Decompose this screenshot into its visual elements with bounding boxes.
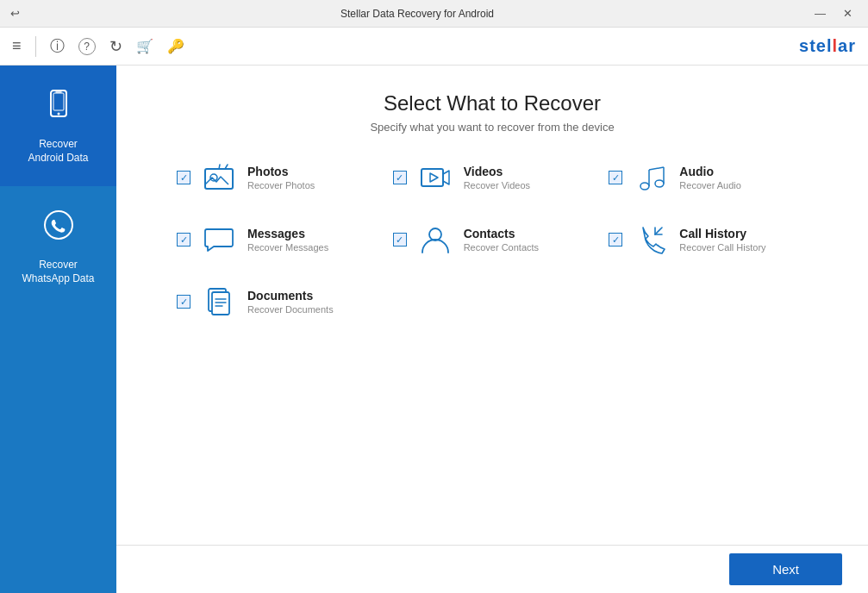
contacts-checkbox[interactable]: ✓ [393,233,407,247]
photos-desc: Recover Photos [247,180,376,190]
contacts-text: Contacts Recover Contacts [464,227,592,253]
minimize-button[interactable]: — [809,5,831,22]
messages-checkbox[interactable]: ✓ [177,233,190,247]
sidebar-item-recover-android[interactable]: RecoverAndroid Data [0,66,116,186]
audio-name: Audio [679,165,808,178]
content-area: Select What to Recover Specify what you … [116,66,868,593]
messages-desc: Recover Messages [247,242,376,253]
option-call-history[interactable]: ✓ Call History Recover Call History [609,222,808,258]
sidebar-item-whatsapp-label: RecoverWhatsApp Data [22,259,94,285]
option-messages[interactable]: ✓ Messages Recover Messages [177,222,376,258]
documents-text: Documents Recover Documents [247,289,376,315]
contacts-name: Contacts [464,227,592,240]
next-button[interactable]: Next [729,553,842,585]
svg-rect-1 [53,93,64,110]
videos-checkbox[interactable]: ✓ [393,171,407,184]
photos-name: Photos [247,165,376,178]
photos-checkbox[interactable]: ✓ [177,171,190,184]
toolbar-divider [35,36,36,57]
close-button[interactable]: ✕ [838,5,858,22]
call-history-checkbox[interactable]: ✓ [609,233,622,247]
option-photos[interactable]: ✓ Photos Recover Photos [177,159,376,196]
contacts-icon [417,222,453,258]
cart-icon[interactable]: 🛒 [136,38,153,54]
messages-name: Messages [247,227,376,240]
videos-text: Videos Recover Videos [464,165,592,190]
main-layout: RecoverAndroid Data RecoverWhatsApp Data… [0,66,868,593]
sidebar: RecoverAndroid Data RecoverWhatsApp Data [0,66,116,593]
svg-point-2 [57,112,59,115]
titlebar: ↩ Stellar Data Recovery for Android — ✕ [0,0,868,28]
page-title: Select What to Recover [159,91,825,115]
svg-marker-8 [430,173,438,182]
call-history-text: Call History Recover Call History [679,227,808,253]
videos-desc: Recover Videos [464,180,592,190]
documents-icon [201,284,237,320]
svg-rect-16 [212,292,229,315]
sidebar-item-recover-whatsapp[interactable]: RecoverWhatsApp Data [0,186,116,307]
phone-icon [41,87,76,129]
menu-icon[interactable]: ≡ [12,37,22,55]
key-icon[interactable]: 🔑 [167,38,184,54]
call-history-name: Call History [679,227,808,240]
refresh-icon[interactable]: ↻ [109,37,122,56]
svg-point-4 [45,211,72,239]
svg-point-9 [640,183,649,190]
recovery-options-grid: ✓ Photos Recover Photos ✓ [159,159,825,320]
option-contacts[interactable]: ✓ Contacts Recover Contacts [393,222,592,258]
audio-icon [633,159,669,196]
svg-rect-7 [422,169,443,186]
back-icon: ↩ [10,7,20,20]
photos-text: Photos Recover Photos [247,165,376,190]
videos-name: Videos [464,165,592,178]
option-videos[interactable]: ✓ Videos Recover Videos [393,159,592,196]
option-audio[interactable]: ✓ Audio Recover Audio [609,159,808,196]
messages-icon [201,222,237,258]
documents-name: Documents [247,289,376,303]
svg-point-14 [429,228,441,240]
audio-desc: Recover Audio [679,180,808,190]
sidebar-item-android-label: RecoverAndroid Data [28,138,88,165]
call-history-desc: Recover Call History [679,242,808,253]
audio-text: Audio Recover Audio [679,165,808,190]
photos-icon [201,159,237,196]
stellar-logo: stellar [799,36,856,56]
call-history-icon [633,222,669,258]
option-documents[interactable]: ✓ Documents Recover Documents [177,284,376,320]
whatsapp-icon [41,208,76,250]
videos-icon [417,159,453,196]
contacts-desc: Recover Contacts [464,242,592,253]
svg-line-13 [649,167,664,170]
documents-checkbox[interactable]: ✓ [177,295,190,309]
svg-point-10 [655,180,664,187]
messages-text: Messages Recover Messages [247,227,376,253]
audio-checkbox[interactable]: ✓ [609,171,622,184]
bottom-bar: Next [116,545,868,593]
documents-desc: Recover Documents [247,304,376,315]
app-title: Stellar Data Recovery for Android [25,8,809,20]
info-icon[interactable]: ⓘ [50,36,65,56]
page-subtitle: Specify what you want to recover from th… [159,121,825,134]
help-icon[interactable]: ? [78,38,96,55]
window-controls: — ✕ [809,5,858,22]
toolbar: ≡ ⓘ ? ↻ 🛒 🔑 stellar [0,28,868,66]
